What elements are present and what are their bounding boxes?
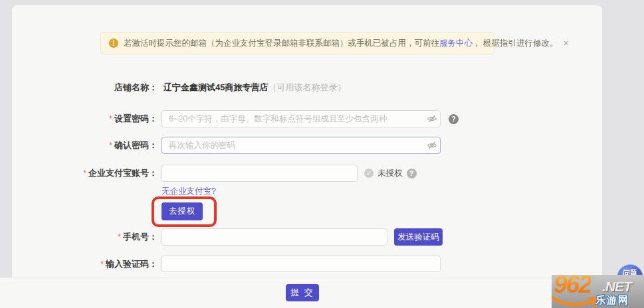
eye-slash-icon[interactable]	[427, 140, 437, 151]
submit-button[interactable]: 提 交	[286, 284, 319, 301]
set-password-row: *设置密码： ?	[12, 110, 602, 127]
alipay-row: *企业支付宝账号： ✓ 未授权 ?	[12, 165, 602, 182]
authorize-button[interactable]: 去授权	[161, 202, 203, 220]
banner-text: 若激活时提示您的邮箱（为企业支付宝登录邮箱非联系邮箱）或手机已被占用，可前往	[124, 38, 439, 49]
footer-bar: 提 交	[0, 277, 644, 308]
logo-site-text: 乐游网	[595, 294, 629, 307]
set-password-label: *设置密码：	[12, 110, 158, 127]
required-mark: *	[100, 260, 104, 269]
required-mark: *	[83, 169, 86, 178]
confirm-password-input[interactable]	[161, 137, 441, 154]
store-name-hint: （可用该名称登录）	[268, 82, 346, 92]
phone-input[interactable]	[161, 228, 387, 246]
store-name-label: 店铺名称：	[12, 81, 158, 94]
warning-icon: !	[109, 38, 118, 48]
verify-code-label-text: 输入验证码：	[106, 259, 158, 269]
phone-label-text: 手机号：	[123, 232, 158, 242]
logo-number-text: 962	[554, 271, 591, 299]
banner-text-after: ， 根据指引进行修改。	[473, 38, 558, 49]
alipay-help-icon[interactable]: ?	[407, 169, 417, 179]
store-name-row: 店铺名称： 辽宁金鑫测试45商旅专营店（可用该名称登录）	[12, 81, 602, 94]
watermark-logo: 962 .NET 乐游网	[552, 275, 644, 308]
alipay-status-text: 未授权	[377, 168, 403, 179]
store-name-text: 辽宁金鑫测试45商旅专营店	[163, 82, 268, 92]
verify-code-label: *输入验证码：	[12, 256, 158, 273]
set-password-label-text: 设置密码：	[114, 114, 158, 123]
send-code-button[interactable]: 发送验证码	[394, 228, 443, 246]
warning-banner: ! 若激活时提示您的邮箱（为企业支付宝登录邮箱非联系邮箱）或手机已被占用，可前往…	[100, 32, 494, 54]
form-card: ! 若激活时提示您的邮箱（为企业支付宝登录邮箱非联系邮箱）或手机已被占用，可前往…	[12, 5, 602, 279]
eye-slash-icon[interactable]	[427, 114, 437, 124]
service-center-link[interactable]: 服务中心	[439, 38, 473, 49]
confirm-password-label-text: 确认密码：	[114, 140, 158, 150]
password-help-icon[interactable]: ?	[449, 114, 459, 124]
alipay-account-input[interactable]	[161, 165, 358, 182]
required-mark: *	[109, 141, 112, 150]
phone-label: *手机号：	[12, 228, 158, 246]
alipay-status: ✓ 未授权 ?	[364, 165, 417, 182]
authorize-row: 去授权	[12, 196, 602, 227]
logo-net-text: .NET	[602, 279, 631, 295]
banner-close-icon[interactable]: ×	[558, 38, 568, 48]
required-mark: *	[109, 114, 112, 123]
required-mark: *	[118, 232, 121, 242]
activation-page: ! 若激活时提示您的邮箱（为企业支付宝登录邮箱非联系邮箱）或手机已被占用，可前往…	[0, 0, 644, 308]
verify-code-row: *输入验证码：	[12, 256, 602, 272]
alipay-label-text: 企业支付宝账号：	[88, 168, 158, 178]
confirm-password-row: *确认密码：	[12, 137, 602, 154]
set-password-input[interactable]	[161, 110, 441, 127]
no-alipay-link[interactable]: 无企业支付宝?	[161, 186, 216, 197]
confirm-password-label: *确认密码：	[12, 137, 158, 154]
check-circle-icon: ✓	[364, 169, 374, 178]
store-name-value: 辽宁金鑫测试45商旅专营店（可用该名称登录）	[163, 81, 346, 94]
phone-row: *手机号： 发送验证码	[12, 228, 602, 246]
verify-code-input[interactable]	[161, 256, 441, 272]
alipay-label: *企业支付宝账号：	[12, 165, 158, 182]
